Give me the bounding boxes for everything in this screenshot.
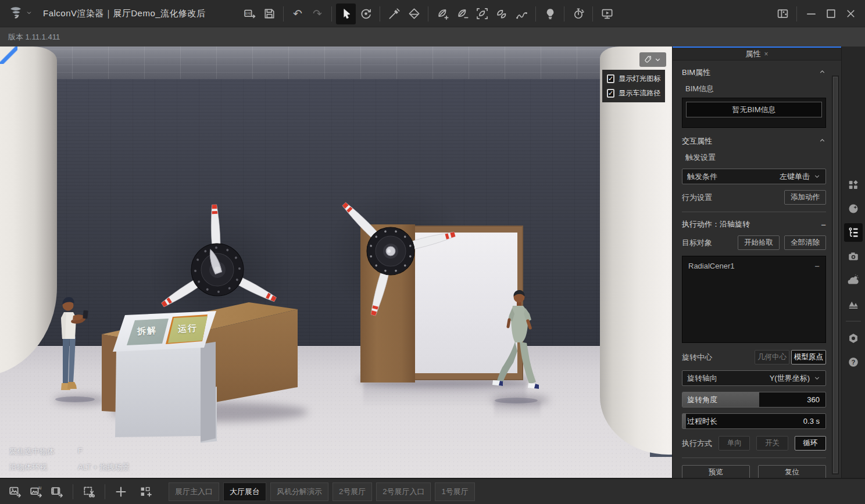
mode-toggle-button[interactable]: 开关 bbox=[756, 436, 788, 451]
path-curve-button[interactable] bbox=[512, 3, 531, 24]
svg-text:AI: AI bbox=[38, 486, 41, 490]
video-export-button[interactable] bbox=[47, 482, 67, 502]
crop-cut-button[interactable] bbox=[78, 482, 99, 502]
person-walker[interactable] bbox=[487, 288, 545, 405]
bim-info-label: BIM信息 bbox=[685, 84, 826, 94]
chevron-down-icon bbox=[813, 173, 821, 180]
viewpoint-add-button[interactable] bbox=[135, 482, 156, 502]
reset-button[interactable]: 复位 bbox=[758, 465, 826, 478]
tag-menu-label: 显示灯光图标 bbox=[619, 74, 660, 84]
timer-animation-button[interactable] bbox=[569, 3, 588, 24]
view-button[interactable]: 1号展厅 bbox=[435, 482, 474, 501]
checkbox[interactable]: ✓ bbox=[607, 74, 614, 83]
add-action-button[interactable]: 添加动作 bbox=[784, 190, 826, 205]
view-button[interactable]: 展厅主入口 bbox=[169, 482, 219, 501]
window-controls bbox=[773, 0, 860, 27]
axis-value: Y(世界坐标) bbox=[770, 373, 810, 384]
kiosk-body[interactable] bbox=[115, 344, 201, 437]
tag-menu-item[interactable]: ✓显示灯光图标 bbox=[607, 73, 660, 85]
column-right[interactable] bbox=[600, 47, 672, 455]
remove-target-button[interactable]: − bbox=[814, 261, 820, 271]
mode-single-button[interactable]: 单向 bbox=[719, 436, 750, 451]
settings-button[interactable] bbox=[844, 329, 863, 348]
material-sphere-button[interactable] bbox=[844, 199, 863, 218]
view-button[interactable]: 风机分解演示 bbox=[270, 482, 328, 501]
properties-panel: 属性 × BIM属性 BIM信息 暂无BIM信息 交互属性 触发设置 bbox=[672, 47, 841, 478]
pick-start-button[interactable]: 开始拾取 bbox=[738, 235, 780, 250]
duration-input[interactable]: 过程时长 0.3 s bbox=[682, 413, 826, 429]
interaction-section-header[interactable]: 交互属性 bbox=[682, 136, 826, 146]
presentation-button[interactable] bbox=[597, 3, 617, 24]
checkbox[interactable]: ✓ bbox=[607, 89, 614, 98]
vegetation-brush-button[interactable] bbox=[492, 3, 512, 24]
tag-display-button[interactable] bbox=[639, 52, 666, 67]
weather-button[interactable] bbox=[844, 271, 863, 289]
paint-bucket-tool-button[interactable] bbox=[404, 3, 424, 24]
image-ai-export-button[interactable]: AI bbox=[26, 482, 47, 502]
undo-icon: ↶ bbox=[293, 8, 302, 19]
bim-section-header[interactable]: BIM属性 bbox=[682, 67, 826, 78]
tag-menu-item[interactable]: ✓显示车流路径 bbox=[607, 87, 660, 99]
light-tool-button[interactable] bbox=[540, 3, 560, 24]
target-list: RadialCener1− bbox=[682, 256, 826, 343]
propeller-left[interactable] bbox=[135, 187, 300, 352]
bim-info-box: 暂无BIM信息 bbox=[682, 98, 826, 128]
terrain-button[interactable] bbox=[844, 295, 863, 313]
vegetation-select-button[interactable] bbox=[472, 3, 492, 24]
angle-value: 360 bbox=[807, 395, 820, 404]
view-button[interactable]: 2号展厅 bbox=[333, 482, 372, 501]
close-button[interactable] bbox=[841, 3, 860, 24]
view-button[interactable]: 大厅展台 bbox=[223, 482, 266, 501]
axis-dropdown[interactable]: 旋转轴向 Y(世界坐标) bbox=[682, 370, 826, 386]
panel-tab[interactable]: 属性 × bbox=[673, 48, 841, 60]
target-item[interactable]: RadialCener1− bbox=[688, 261, 820, 271]
view-button-group: 展厅主入口大厅展台风机分解演示2号展厅2号展厅入口1号展厅 bbox=[169, 482, 475, 501]
svg-text:?: ? bbox=[852, 359, 856, 366]
outline-tree-button[interactable] bbox=[844, 223, 863, 242]
mode-loop-button[interactable]: 循环 bbox=[795, 436, 826, 451]
version-label: 版本 1.11.1.411 bbox=[8, 32, 60, 42]
center-geometry-button[interactable]: 几何中心 bbox=[755, 350, 789, 364]
camera-button[interactable] bbox=[844, 247, 863, 266]
select-tool-button[interactable] bbox=[336, 3, 356, 24]
clear-all-button[interactable]: 全部清除 bbox=[784, 235, 826, 250]
tag-icon bbox=[644, 55, 652, 64]
exe-export-button[interactable]: EXE bbox=[240, 3, 259, 24]
collapse-icon[interactable] bbox=[818, 68, 826, 77]
trigger-condition-dropdown[interactable]: 触发条件 左键单击 bbox=[682, 169, 826, 184]
redo-button[interactable]: ↷ bbox=[308, 3, 327, 24]
chevron-down-icon bbox=[813, 374, 821, 382]
help-button[interactable]: ? bbox=[844, 353, 863, 371]
minimize-button[interactable] bbox=[801, 3, 821, 24]
maximize-button[interactable] bbox=[821, 3, 841, 24]
center-origin-button[interactable]: 模型原点 bbox=[791, 350, 826, 364]
target-label: 目标对象 bbox=[682, 238, 712, 248]
hint-action: 聚焦选中物体 bbox=[9, 446, 70, 457]
tab-close-icon[interactable]: × bbox=[764, 50, 768, 58]
collapse-icon[interactable] bbox=[818, 137, 826, 146]
version-bar: 版本 1.11.1.411 bbox=[0, 27, 865, 47]
undo-button[interactable]: ↶ bbox=[288, 3, 308, 24]
person-photographer[interactable] bbox=[49, 292, 101, 403]
collapse-action-button[interactable]: − bbox=[821, 220, 826, 230]
chevron-down-icon bbox=[26, 8, 33, 19]
scene-ceiling bbox=[0, 47, 672, 80]
panel-scrollbar[interactable] bbox=[832, 76, 839, 474]
vegetation-remove-button[interactable] bbox=[452, 3, 472, 24]
kiosk-body-side bbox=[201, 342, 216, 442]
image-export-button[interactable] bbox=[5, 482, 26, 502]
svg-text:EXE: EXE bbox=[245, 12, 251, 15]
viewport-3d[interactable]: 拆解 运行 bbox=[0, 47, 672, 478]
eyedropper-tool-button[interactable] bbox=[384, 3, 404, 24]
window-title: FalconV渲染器｜展厅Demo_流化修改后 bbox=[43, 8, 206, 19]
layout-grid-button[interactable] bbox=[773, 3, 792, 24]
orbit-tool-button[interactable] bbox=[356, 3, 376, 24]
add-button[interactable] bbox=[110, 482, 131, 502]
save-button[interactable] bbox=[259, 3, 279, 24]
view-button[interactable]: 2号展厅入口 bbox=[376, 482, 431, 501]
angle-input[interactable]: 旋转角度 360 bbox=[682, 392, 826, 408]
preview-button[interactable]: 预览 bbox=[682, 465, 750, 478]
app-menu[interactable] bbox=[8, 5, 33, 22]
components-button[interactable] bbox=[844, 176, 863, 194]
vegetation-add-button[interactable] bbox=[432, 3, 452, 24]
